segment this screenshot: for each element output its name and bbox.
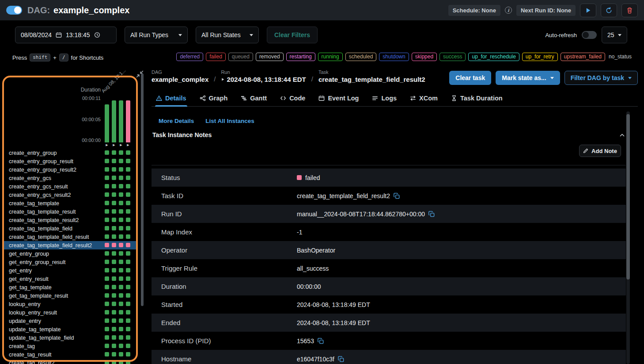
task-instance-square[interactable] <box>105 226 109 230</box>
task-instance-square[interactable] <box>119 243 123 247</box>
task-instance-square[interactable] <box>119 318 123 323</box>
task-instance-square[interactable] <box>112 201 116 205</box>
copy-icon[interactable] <box>394 193 400 199</box>
task-instance-square[interactable] <box>119 335 123 340</box>
task-instance-square[interactable] <box>112 159 116 163</box>
task-instance-square[interactable] <box>126 234 130 239</box>
task-row-create-tag[interactable]: create_tag <box>4 342 138 350</box>
task-row-create-entry-group-result[interactable]: create_entry_group_result <box>4 157 138 165</box>
task-instance-square[interactable] <box>105 302 109 306</box>
legend-badge-success[interactable]: success <box>439 53 466 61</box>
more-details-link[interactable]: More Details <box>159 118 194 124</box>
copy-icon[interactable] <box>428 211 435 217</box>
task-instance-square[interactable] <box>126 159 130 163</box>
task-instance-square[interactable] <box>119 234 123 239</box>
task-instance-square[interactable] <box>126 352 130 356</box>
task-instance-square[interactable] <box>105 260 109 264</box>
legend-badge-skipped[interactable]: skipped <box>412 53 437 61</box>
task-instance-square[interactable] <box>119 201 123 205</box>
tab-task-duration[interactable]: Task Duration <box>451 90 503 106</box>
task-instance-square[interactable] <box>105 344 109 348</box>
task-instance-square[interactable] <box>119 192 123 197</box>
task-instance-square[interactable] <box>105 310 109 314</box>
task-instance-square[interactable] <box>112 293 116 298</box>
task-row-create-entry-group-result2[interactable]: create_entry_group_result2 <box>4 165 138 174</box>
task-row-create-entry-group[interactable]: create_entry_group <box>4 149 138 157</box>
auto-refresh-toggle[interactable] <box>582 31 597 39</box>
task-instance-square[interactable] <box>119 276 123 281</box>
task-instance-square[interactable] <box>119 310 123 314</box>
task-row-get-entry[interactable]: get_entry <box>4 266 138 275</box>
task-instance-square[interactable] <box>126 285 130 289</box>
task-row-get-entry-result[interactable]: get_entry_result <box>4 275 138 283</box>
run-duration-bar-3[interactable] <box>119 100 123 142</box>
task-instance-square[interactable] <box>126 293 130 298</box>
task-instance-square[interactable] <box>112 327 116 331</box>
task-row-get-entry-group-result[interactable]: get_entry_group_result <box>4 258 138 266</box>
task-row-create-tag-template-result2[interactable]: create_tag_template_result2 <box>4 216 138 224</box>
task-instance-square[interactable] <box>119 218 123 222</box>
task-instance-square[interactable] <box>119 260 123 264</box>
task-row-lookup-entry-result[interactable]: lookup_entry_result <box>4 308 138 317</box>
task-instance-square[interactable] <box>126 318 130 323</box>
task-instance-square[interactable] <box>126 327 130 331</box>
tab-graph[interactable]: Graph <box>200 90 228 106</box>
task-instance-square[interactable] <box>112 234 116 239</box>
task-instance-square[interactable] <box>119 285 123 289</box>
dag-pause-toggle[interactable] <box>6 6 22 15</box>
task-instance-square[interactable] <box>126 344 130 348</box>
task-instance-square[interactable] <box>112 335 116 340</box>
task-instance-square[interactable] <box>126 150 130 155</box>
task-instance-square[interactable] <box>112 352 116 356</box>
task-row-create-tag-template-field-result2[interactable]: create_tag_template_field_result2 <box>4 241 138 249</box>
task-instance-square[interactable] <box>105 360 109 364</box>
task-instance-square[interactable] <box>126 201 130 205</box>
task-instance-square[interactable] <box>112 276 116 281</box>
task-instance-square[interactable] <box>112 318 116 323</box>
run-select-triangle-3[interactable]: ▶ <box>119 143 123 147</box>
task-instance-square[interactable] <box>126 192 130 197</box>
task-instance-square[interactable] <box>112 243 116 247</box>
task-instance-square[interactable] <box>112 310 116 314</box>
legend-badge-queued[interactable]: queued <box>228 53 253 61</box>
task-instance-square[interactable] <box>126 360 130 364</box>
tab-details[interactable]: Details <box>156 90 186 106</box>
task-instance-square[interactable] <box>105 218 109 222</box>
crumb-task-value[interactable]: create_tag_template_field_result2 <box>318 76 425 83</box>
task-instance-square[interactable] <box>112 209 116 214</box>
crumb-dag-value[interactable]: example_complex <box>152 76 208 83</box>
task-instance-square[interactable] <box>126 335 130 340</box>
task-instance-square[interactable] <box>119 352 123 356</box>
info-icon[interactable]: i <box>505 7 512 14</box>
crumb-run-value[interactable]: 2024-08-08, 13:18:44 EDT <box>221 76 306 83</box>
task-instance-square[interactable] <box>119 176 123 180</box>
task-instance-square[interactable] <box>126 184 130 188</box>
task-instance-square[interactable] <box>105 159 109 163</box>
add-note-button[interactable]: Add Note <box>579 145 621 157</box>
task-row-get-entry-group[interactable]: get_entry_group <box>4 249 138 258</box>
task-instance-square[interactable] <box>119 209 123 214</box>
legend-badge-shutdown[interactable]: shutdown <box>379 53 409 61</box>
task-instance-square[interactable] <box>126 251 130 256</box>
task-row-update-tag-template-field[interactable]: update_tag_template_field <box>4 333 138 342</box>
task-row-create-tag-template[interactable]: create_tag_template <box>4 199 138 207</box>
task-instance-square[interactable] <box>112 302 116 306</box>
task-instance-square[interactable] <box>119 226 123 230</box>
task-instance-square[interactable] <box>105 209 109 214</box>
run-states-select[interactable]: All Run States <box>196 27 259 43</box>
task-instance-square[interactable] <box>119 344 123 348</box>
run-duration-bar-1[interactable] <box>105 104 109 142</box>
legend-badge-up-for-reschedule[interactable]: up_for_reschedule <box>468 53 519 61</box>
task-instance-square[interactable] <box>105 150 109 155</box>
legend-badge-scheduled[interactable]: scheduled <box>345 53 377 61</box>
task-instance-square[interactable] <box>112 176 116 180</box>
task-instance-square[interactable] <box>119 159 123 163</box>
task-instance-square[interactable] <box>119 167 123 172</box>
task-row-create-tag-template-field-result[interactable]: create_tag_template_field_result <box>4 233 138 241</box>
task-instance-square[interactable] <box>105 251 109 256</box>
task-instance-square[interactable] <box>105 327 109 331</box>
task-row-create-entry-gcs-result[interactable]: create_entry_gcs_result <box>4 182 138 191</box>
task-instance-square[interactable] <box>105 184 109 188</box>
filter-dag-by-task-button[interactable]: Filter DAG by task <box>564 71 638 85</box>
list-all-instances-link[interactable]: List All Instances <box>205 118 254 124</box>
